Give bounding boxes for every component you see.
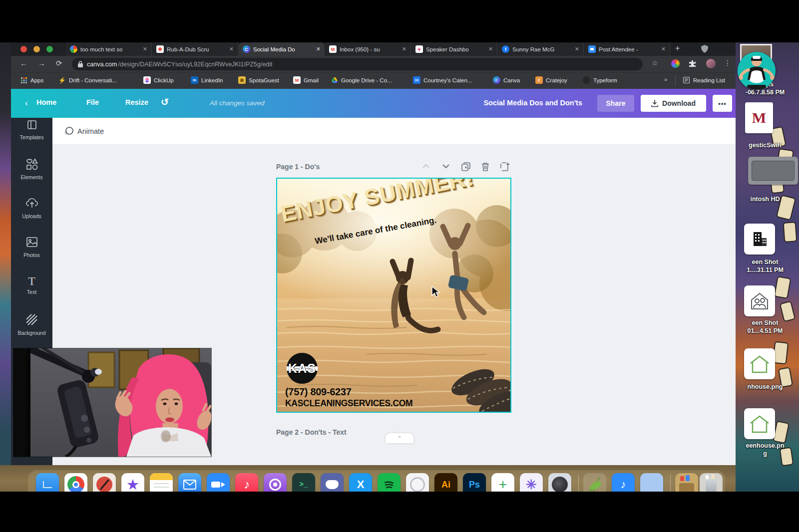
bookmark-gmail[interactable]: M Gmail bbox=[293, 76, 319, 84]
sidebar-item-uploads[interactable]: Uploads bbox=[11, 197, 52, 219]
desktop-screenshot-house-icon[interactable] bbox=[744, 285, 775, 316]
desktop-screenshot-label: 1....31.11 PM bbox=[730, 266, 799, 273]
reload-button[interactable]: ⟳ bbox=[56, 59, 62, 68]
bookmarks-bar: Apps ⚡ Drift - Conversati... ClickUp in … bbox=[11, 72, 736, 89]
save-status: All changes saved bbox=[210, 99, 265, 107]
back-button[interactable]: ← bbox=[20, 59, 27, 67]
move-page-down-icon[interactable] bbox=[441, 162, 451, 171]
bookmark-courtneys-calendar[interactable]: 10 Courtney's Calen... bbox=[413, 76, 472, 84]
bookmarks-overflow-chevron[interactable]: » bbox=[664, 76, 667, 82]
wallpaper-art bbox=[783, 222, 798, 243]
bookmark-linkedin[interactable]: in LinkedIn bbox=[191, 76, 223, 84]
bookmark-star-icon[interactable]: ☆ bbox=[652, 59, 658, 67]
sidebar-label: Background bbox=[11, 330, 52, 336]
tab-close-icon[interactable]: ✕ bbox=[488, 46, 493, 52]
home-button[interactable]: Home bbox=[36, 98, 56, 106]
tab-close-icon[interactable]: ✕ bbox=[575, 46, 579, 52]
tab-close-icon[interactable]: ✕ bbox=[229, 46, 234, 52]
desktop-file-majestic-icon[interactable]: M bbox=[745, 102, 773, 133]
tab-close-icon[interactable]: ✕ bbox=[402, 46, 406, 52]
duplicate-page-icon[interactable] bbox=[461, 162, 471, 172]
back-chevron-icon[interactable]: ‹ bbox=[25, 98, 28, 108]
tab-rub-a-dub[interactable]: Rub-A-Dub Scru ✕ bbox=[152, 42, 238, 56]
sidebar-item-elements[interactable]: Elements bbox=[11, 158, 52, 180]
desktop-greenhouse-file-icon[interactable] bbox=[744, 348, 775, 379]
reading-list-button[interactable]: Reading List bbox=[683, 76, 725, 84]
desktop-drive-label: intosh HD bbox=[730, 196, 799, 203]
bookmark-clickup[interactable]: ClickUp bbox=[143, 76, 174, 84]
page2-label: Page 2 - Don'ts - Text bbox=[276, 428, 347, 436]
kas-logo[interactable]: Cleaning Services KAS bbox=[287, 353, 318, 384]
new-tab-button[interactable]: + bbox=[675, 44, 680, 53]
tab-speaker-dashboard[interactable]: ♥ Speaker Dashbo ✕ bbox=[411, 42, 497, 56]
collapse-toolbar-pill[interactable]: ⌃ bbox=[386, 433, 413, 443]
delete-page-icon[interactable] bbox=[481, 162, 490, 172]
sidebar-item-templates[interactable]: Templates bbox=[11, 119, 52, 140]
desktop-harddrive-icon[interactable] bbox=[748, 157, 798, 185]
bookmark-drift[interactable]: ⚡ Drift - Conversati... bbox=[58, 76, 117, 84]
bookmark-google-drive[interactable]: Google Drive - Co... bbox=[331, 76, 392, 84]
tab-close-icon[interactable]: ✕ bbox=[316, 46, 321, 52]
window-zoom-button[interactable] bbox=[46, 46, 53, 52]
bookmark-typeform[interactable]: Typeform bbox=[583, 76, 617, 84]
bookmark-apps[interactable]: Apps bbox=[20, 76, 43, 84]
apps-grid-icon bbox=[20, 76, 27, 84]
bookmark-canva[interactable]: C Canva bbox=[493, 76, 520, 84]
sidebar-item-text[interactable]: T Text bbox=[11, 274, 52, 295]
bookmark-label: Typeform bbox=[593, 77, 617, 83]
canva-header: ‹ Home File Resize ↺ All changes saved S… bbox=[11, 89, 736, 118]
desktop-screenshot-building-icon[interactable] bbox=[744, 224, 775, 255]
extension-color-icon[interactable] bbox=[671, 59, 680, 68]
design-title[interactable]: Social Media Dos and Don'ts bbox=[483, 99, 582, 107]
design-page-1[interactable]: ENJOY SUMMER! We'll take care of the cle… bbox=[276, 178, 511, 413]
text-icon: T bbox=[11, 274, 52, 287]
canva-toolbar: Animate bbox=[52, 118, 736, 145]
window-minimize-button[interactable] bbox=[33, 46, 40, 52]
desktop-file-label: nhouse.png bbox=[730, 383, 799, 390]
sidebar-item-photos[interactable]: Photos bbox=[11, 236, 52, 258]
letterbox-top bbox=[0, 0, 799, 42]
forward-button[interactable]: → bbox=[38, 59, 45, 67]
profile-avatar[interactable] bbox=[706, 59, 716, 68]
tab-facebook[interactable]: f Sunny Rae McG ✕ bbox=[498, 42, 584, 56]
canva-icon: C bbox=[493, 76, 500, 84]
desktop-screenshot-label: een Shot bbox=[730, 259, 799, 266]
bookmark-spotaguest[interactable]: ▦ SpotaGuest bbox=[238, 76, 279, 84]
tab-label: too much text so bbox=[80, 46, 140, 52]
bookmark-label: Canva bbox=[503, 77, 520, 83]
tab-post-attendee[interactable]: Post Attendee - ✕ bbox=[584, 42, 670, 56]
move-page-up-icon[interactable] bbox=[421, 162, 431, 171]
tab-inbox[interactable]: M Inbox (950) - su ✕ bbox=[325, 42, 411, 56]
file-menu[interactable]: File bbox=[86, 98, 99, 106]
bookmark-label: Gmail bbox=[304, 77, 319, 83]
url-path: /design/DAEiWv5CYso/uyL92EqcnRWveJKl1IPZ… bbox=[118, 61, 272, 68]
tab-close-icon[interactable]: ✕ bbox=[143, 46, 147, 52]
templates-icon bbox=[26, 119, 38, 131]
sidebar-label: Templates bbox=[11, 134, 52, 140]
bookmark-cratejoy[interactable]: Z Cratejoy bbox=[535, 76, 567, 84]
tab-close-icon[interactable]: ✕ bbox=[661, 46, 666, 52]
design-phone[interactable]: (757) 809-6237 bbox=[285, 386, 352, 398]
tab-social-media-active[interactable]: C Social Media Do ✕ bbox=[239, 42, 325, 56]
shield-icon[interactable] bbox=[701, 45, 708, 55]
kebab-menu-icon[interactable]: ⋮ bbox=[724, 59, 731, 67]
linkedin-icon: in bbox=[191, 76, 198, 84]
sidebar-item-background[interactable]: Background bbox=[11, 313, 52, 336]
desktop-file-label: -06.7.8.58 PM bbox=[730, 89, 799, 96]
gmail-favicon: M bbox=[329, 45, 337, 53]
share-button[interactable]: Share bbox=[597, 95, 634, 112]
animate-button[interactable]: Animate bbox=[77, 127, 104, 135]
more-options-button[interactable]: ••• bbox=[713, 95, 732, 112]
desktop-greenhouse-file-icon[interactable] bbox=[744, 408, 775, 439]
window-close-button[interactable] bbox=[20, 46, 27, 52]
address-bar-row: ← → ⟳ canva.com /design/DAEiWv5CYso/uyL9… bbox=[11, 56, 736, 72]
download-button[interactable]: Download bbox=[641, 95, 706, 112]
design-website[interactable]: KASCLEANINGSERVICES.COM bbox=[285, 398, 412, 409]
add-page-icon[interactable] bbox=[500, 162, 510, 172]
url-field[interactable]: canva.com /design/DAEiWv5CYso/uyL92EqcnR… bbox=[72, 58, 643, 70]
resize-menu[interactable]: Resize bbox=[125, 98, 148, 106]
undo-icon[interactable]: ↺ bbox=[161, 96, 169, 108]
tab-too-much-text[interactable]: too much text so ✕ bbox=[66, 42, 152, 56]
extensions-puzzle-icon[interactable] bbox=[689, 60, 696, 67]
calendar-icon: 10 bbox=[413, 76, 420, 84]
